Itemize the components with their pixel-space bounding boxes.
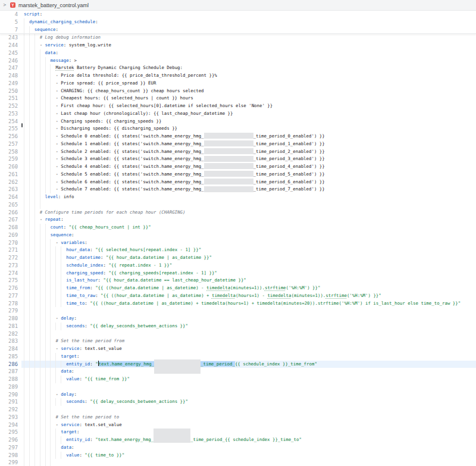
- code-line[interactable]: 287data:: [0, 368, 476, 376]
- line-number[interactable]: 267: [0, 216, 21, 224]
- line-number[interactable]: 265: [0, 201, 21, 209]
- line-number[interactable]: 290: [0, 391, 21, 399]
- line-number[interactable]: 279: [0, 307, 21, 315]
- line-number[interactable]: 249: [0, 80, 21, 87]
- code-line[interactable]: 263- Schedule 7 enabled: {{ states('swit…: [0, 186, 476, 193]
- code-line[interactable]: 265: [0, 201, 476, 209]
- code-line[interactable]: 296entity_id: "text.hame_energy_hmg__tim…: [0, 436, 476, 444]
- line-number[interactable]: 278: [0, 300, 21, 308]
- code-line[interactable]: 281seconds: "{{ delay_seconds_between_ac…: [0, 323, 476, 330]
- code-line[interactable]: 299: [0, 459, 476, 466]
- line-number[interactable]: 252: [0, 102, 21, 110]
- code-line[interactable]: 284- service: text.set_value: [0, 345, 476, 353]
- code-line[interactable]: 248- Price delta threshold: {{ price_del…: [0, 72, 476, 80]
- line-number[interactable]: 273: [0, 262, 21, 270]
- line-number[interactable]: 294: [0, 421, 21, 429]
- line-number[interactable]: 4: [0, 11, 21, 18]
- code-line[interactable]: 271hour_data: "{{ selected_hours[repeat.…: [0, 246, 476, 254]
- line-number[interactable]: 248: [0, 72, 21, 80]
- line-number[interactable]: 263: [0, 186, 21, 193]
- code-line[interactable]: 283# Set the time period from: [0, 337, 476, 345]
- line-number[interactable]: 264: [0, 193, 21, 201]
- code-line[interactable]: 247Marstek Battery Dynamic Charging Sche…: [0, 64, 476, 72]
- code-line[interactable]: 279: [0, 307, 476, 315]
- line-number[interactable]: 297: [0, 444, 21, 452]
- line-number[interactable]: 289: [0, 383, 21, 391]
- line-number[interactable]: 259: [0, 155, 21, 163]
- code-line[interactable]: 255- Discharging speeds: {{ discharging_…: [0, 125, 476, 133]
- line-number[interactable]: 269: [0, 232, 21, 239]
- line-number[interactable]: 280: [0, 315, 21, 323]
- code-line[interactable]: 295target:: [0, 429, 476, 436]
- line-number[interactable]: 299: [0, 459, 21, 466]
- code-line[interactable]: 282: [0, 330, 476, 338]
- code-line[interactable]: 243# Log debug information: [0, 34, 476, 42]
- code-line[interactable]: 266# Configure time periods for each che…: [0, 209, 476, 217]
- line-number[interactable]: 258: [0, 148, 21, 156]
- line-number[interactable]: 286: [0, 361, 21, 368]
- line-number[interactable]: 287: [0, 368, 21, 376]
- line-number[interactable]: 250: [0, 87, 21, 95]
- line-number[interactable]: 282: [0, 330, 21, 338]
- line-number[interactable]: 296: [0, 436, 21, 444]
- code-line[interactable]: 260- Schedule 4 enabled: {{ states('swit…: [0, 163, 476, 171]
- line-number[interactable]: 276: [0, 284, 21, 292]
- line-number[interactable]: 261: [0, 171, 21, 179]
- line-number[interactable]: 262: [0, 179, 21, 186]
- line-number[interactable]: 244: [0, 42, 21, 49]
- line-number[interactable]: 245: [0, 49, 21, 57]
- line-number[interactable]: 254: [0, 118, 21, 126]
- code-line[interactable]: 254- Charging speeds: {{ charging_speeds…: [0, 118, 476, 126]
- code-line[interactable]: 267- repeat:: [0, 216, 476, 224]
- line-number[interactable]: 298: [0, 452, 21, 459]
- sticky-line[interactable]: 7sequence:: [0, 26, 476, 34]
- line-number[interactable]: 295: [0, 429, 21, 436]
- line-number[interactable]: 285: [0, 353, 21, 361]
- code-line[interactable]: 297data:: [0, 444, 476, 452]
- line-number[interactable]: 5: [0, 18, 21, 26]
- line-number[interactable]: 270: [0, 239, 21, 247]
- code-line[interactable]: 262- Schedule 6 enabled: {{ states('swit…: [0, 179, 476, 186]
- line-number[interactable]: 7: [0, 26, 21, 34]
- line-number[interactable]: 274: [0, 270, 21, 277]
- code-line[interactable]: 294- service: text.set_value: [0, 421, 476, 429]
- sticky-line[interactable]: 5dynamic_charging_schedule:: [0, 18, 476, 26]
- code-line[interactable]: 292: [0, 406, 476, 414]
- code-line[interactable]: 286entity_id: "text.hame_energy_hmg__tim…: [0, 361, 476, 368]
- code-line[interactable]: 285target:: [0, 353, 476, 361]
- line-number[interactable]: 291: [0, 398, 21, 406]
- code-line[interactable]: 290- delay:: [0, 391, 476, 399]
- line-number[interactable]: 266: [0, 209, 21, 217]
- line-number[interactable]: 277: [0, 292, 21, 300]
- code-line[interactable]: 246message: >: [0, 57, 476, 65]
- line-number[interactable]: 260: [0, 163, 21, 171]
- code-line[interactable]: 278time_to: "{{ ((hour_data.datetime | a…: [0, 300, 476, 308]
- code-line[interactable]: 293# Set the time period to: [0, 414, 476, 421]
- code-line[interactable]: 258- Schedule 2 enabled: {{ states('swit…: [0, 148, 476, 156]
- code-line[interactable]: 274charging_speed: "{{ charging_speeds[r…: [0, 270, 476, 277]
- code-line[interactable]: 264level: info: [0, 193, 476, 201]
- code-line[interactable]: 288value: "{{ time_from }}": [0, 376, 476, 383]
- sticky-line[interactable]: 4script:: [0, 11, 476, 18]
- code-line[interactable]: 257- Schedule 1 enabled: {{ states('swit…: [0, 140, 476, 148]
- line-number[interactable]: 292: [0, 406, 21, 414]
- code-line[interactable]: 270- variables:: [0, 239, 476, 247]
- code-line[interactable]: 252- First cheap hour: {{ selected_hours…: [0, 102, 476, 110]
- line-number[interactable]: 284: [0, 345, 21, 353]
- code-line[interactable]: 273schedule_index: "{{ repeat.index - 1 …: [0, 262, 476, 270]
- code-line[interactable]: 289: [0, 383, 476, 391]
- line-number[interactable]: 288: [0, 376, 21, 383]
- code-line[interactable]: 269sequence:: [0, 232, 476, 239]
- code-line[interactable]: 268count: "{{ cheap_hours_count | int }}…: [0, 224, 476, 232]
- line-number[interactable]: 256: [0, 133, 21, 140]
- code-line[interactable]: 275is_last_hour: "{{ hour_data.datetime …: [0, 277, 476, 284]
- line-number[interactable]: 271: [0, 246, 21, 254]
- code-line[interactable]: 244- service: system_log.write: [0, 42, 476, 49]
- code-line[interactable]: 250- CHARGING: {{ cheap_hours_count }} c…: [0, 87, 476, 95]
- code-line[interactable]: 245data:: [0, 49, 476, 57]
- line-number[interactable]: 246: [0, 57, 21, 65]
- code-line[interactable]: 259- Schedule 3 enabled: {{ states('swit…: [0, 155, 476, 163]
- code-line[interactable]: 276time_from: "{{ ((hour_data.datetime |…: [0, 284, 476, 292]
- code-line[interactable]: 261- Schedule 5 enabled: {{ states('swit…: [0, 171, 476, 179]
- line-number[interactable]: 293: [0, 414, 21, 421]
